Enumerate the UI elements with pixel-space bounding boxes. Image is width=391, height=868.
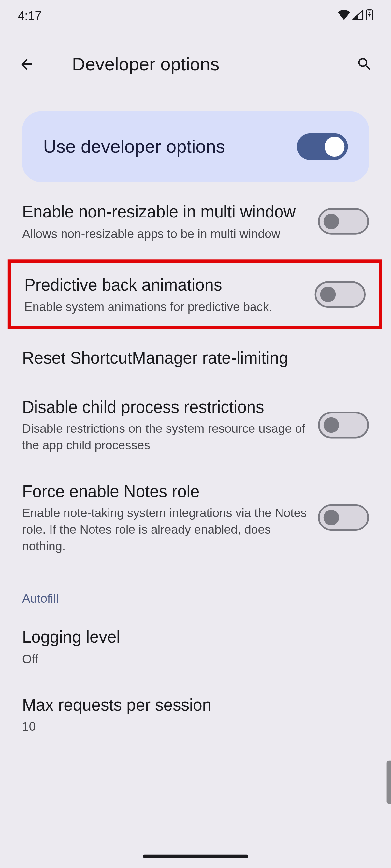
section-header-autofill: Autofill xyxy=(0,567,391,613)
hero-card-developer-options[interactable]: Use developer options xyxy=(22,111,369,182)
status-bar: 4:17 xyxy=(0,0,391,32)
setting-desc: Allows non-resizable apps to be in multi… xyxy=(22,226,307,242)
setting-child-process[interactable]: Disable child process restrictions Disab… xyxy=(0,383,391,467)
arrow-left-icon xyxy=(18,56,35,72)
navigation-handle[interactable] xyxy=(143,855,248,858)
scroll-indicator[interactable] xyxy=(387,761,391,804)
search-button[interactable] xyxy=(354,53,376,75)
content-area: Use developer options Enable non-resizab… xyxy=(0,96,391,748)
back-button[interactable] xyxy=(16,53,38,75)
page-title: Developer options xyxy=(72,53,354,74)
app-header: Developer options xyxy=(0,32,391,96)
setting-multiwindow[interactable]: Enable non-resizable in multi window All… xyxy=(0,182,391,255)
signal-icon xyxy=(352,9,363,23)
setting-desc: Enable system animations for predictive … xyxy=(24,299,304,315)
setting-desc: 10 xyxy=(22,718,369,735)
setting-title: Force enable Notes role xyxy=(22,480,307,503)
setting-title: Disable child process restrictions xyxy=(22,396,307,419)
setting-title: Max requests per session xyxy=(22,694,369,716)
setting-desc: Disable restrictions on the system resou… xyxy=(22,421,307,454)
setting-predictive-back[interactable]: Predictive back animations Enable system… xyxy=(11,263,379,326)
toggle-notes-role[interactable] xyxy=(318,504,369,531)
setting-notes-role[interactable]: Force enable Notes role Enable note-taki… xyxy=(0,467,391,567)
setting-title: Logging level xyxy=(22,626,369,649)
setting-title: Predictive back animations xyxy=(24,274,304,297)
setting-shortcut-reset[interactable]: Reset ShortcutManager rate-limiting xyxy=(0,334,391,383)
status-icons xyxy=(338,9,373,23)
highlighted-setting: Predictive back animations Enable system… xyxy=(8,260,382,330)
setting-max-requests[interactable]: Max requests per session 10 xyxy=(0,680,391,748)
setting-desc: Enable note-taking system integrations v… xyxy=(22,505,307,554)
toggle-multiwindow[interactable] xyxy=(318,208,369,235)
setting-title: Reset ShortcutManager rate-limiting xyxy=(22,347,369,370)
search-icon xyxy=(356,56,373,72)
status-time: 4:17 xyxy=(18,9,41,23)
setting-desc: Off xyxy=(22,651,369,667)
toggle-developer-options[interactable] xyxy=(297,133,348,160)
battery-icon xyxy=(366,9,373,23)
toggle-child-process[interactable] xyxy=(318,411,369,438)
toggle-predictive-back[interactable] xyxy=(315,281,366,308)
wifi-icon xyxy=(338,9,350,23)
setting-title: Enable non-resizable in multi window xyxy=(22,201,307,223)
svg-rect-1 xyxy=(368,9,371,10)
setting-logging-level[interactable]: Logging level Off xyxy=(0,613,391,680)
hero-title: Use developer options xyxy=(43,136,225,157)
